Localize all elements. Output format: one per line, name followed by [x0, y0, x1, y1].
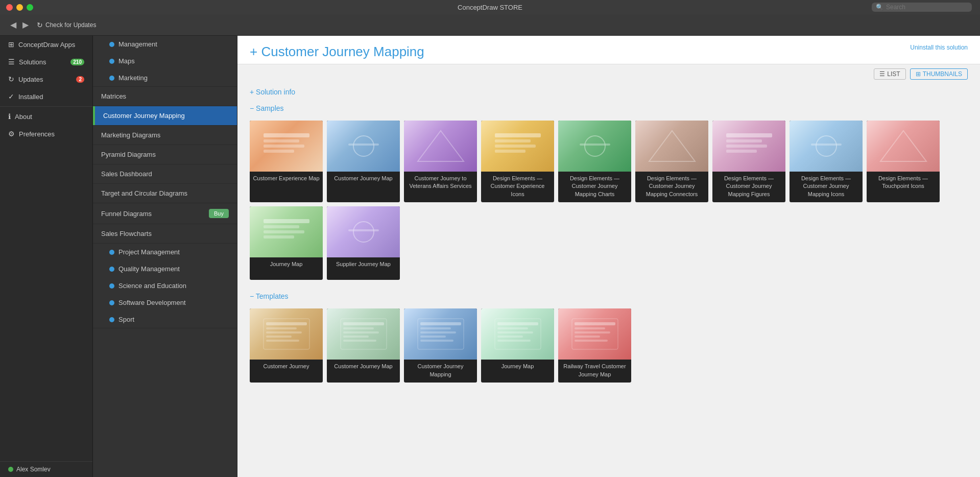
- sidebar-item-updates[interactable]: ↻ Updates 2: [0, 70, 92, 88]
- nav-label-cjm: Customer Journey Mapping: [103, 112, 185, 120]
- nav-label-marketing: Marketing: [118, 74, 148, 82]
- sample-card-journey-map-sample[interactable]: Journey Map: [250, 206, 323, 280]
- sample-card-customer-journey-map-1[interactable]: Customer Journey Map: [327, 121, 400, 202]
- svg-marker-20: [880, 131, 926, 161]
- template-card-railway-travel[interactable]: Railway Travel Customer Journey Map: [558, 308, 631, 383]
- nav-item-maps[interactable]: Maps: [93, 53, 237, 69]
- svg-rect-43: [420, 336, 446, 338]
- bullet-management: [109, 42, 114, 47]
- templates-grid: Customer Journey Customer Journey Map: [237, 304, 980, 391]
- nav-group-1: Management Maps Marketing: [93, 36, 237, 87]
- nav-item-target-circular[interactable]: Target and Circular Diagrams: [93, 184, 237, 203]
- nav-item-marketing-diagrams[interactable]: Marketing Diagrams: [93, 126, 237, 145]
- check-updates-button[interactable]: ↻ Check for Updates: [37, 21, 96, 29]
- samples-header[interactable]: − Samples: [237, 100, 980, 116]
- nav-item-software-development[interactable]: Software Development: [93, 294, 237, 311]
- buy-button[interactable]: Buy: [209, 209, 229, 218]
- user-name: Alex Somlev: [16, 466, 51, 473]
- bullet-se: [109, 283, 114, 289]
- nav-group-sales-flowcharts: Sales Flowcharts: [93, 224, 237, 244]
- sidebar-item-conceptdraw-apps[interactable]: ⊞ ConceptDraw Apps: [0, 36, 92, 53]
- template-card-customer-journey-map-t[interactable]: Customer Journey Map: [327, 308, 400, 383]
- svg-point-25: [353, 222, 374, 242]
- nav-item-sales-dashboard[interactable]: Sales Dashboard: [93, 164, 237, 183]
- samples-label: − Samples: [250, 104, 284, 112]
- nav-item-marketing[interactable]: Marketing: [93, 69, 237, 86]
- bullet-qm: [109, 267, 114, 272]
- active-bar: [93, 106, 95, 125]
- nav-item-project-management[interactable]: Project Management: [93, 244, 237, 260]
- search-input[interactable]: [886, 4, 968, 11]
- nav-item-management[interactable]: Management: [93, 36, 237, 53]
- sidebar-item-about[interactable]: ℹ About: [0, 108, 92, 125]
- template-card-customer-journey-t[interactable]: Customer Journey: [250, 308, 323, 383]
- sample-thumbnail-design-elements-touchpoint: [867, 121, 940, 172]
- nav-item-sales-flowcharts[interactable]: Sales Flowcharts: [93, 224, 237, 243]
- sample-card-design-elements-figures[interactable]: Design Elements — Customer Journey Mappi…: [712, 121, 785, 202]
- nav-group-pyramid: Pyramid Diagrams: [93, 145, 237, 164]
- list-view-button[interactable]: ☰ LIST: [874, 68, 905, 80]
- svg-rect-0: [264, 133, 309, 137]
- sample-label-customer-journey-map-1: Customer Journey Map: [327, 172, 400, 194]
- sample-card-design-elements-charts[interactable]: Design Elements — Customer Journey Mappi…: [558, 121, 631, 202]
- sidebar-item-solutions[interactable]: ☰ Solutions 210: [0, 53, 92, 70]
- sidebar-item-installed[interactable]: ✓ Installed: [0, 88, 92, 105]
- nav-group-target: Target and Circular Diagrams: [93, 184, 237, 203]
- svg-rect-17: [726, 150, 757, 153]
- svg-rect-32: [266, 340, 299, 342]
- sample-card-design-elements-icons[interactable]: Design Elements — Customer Journey Mappi…: [790, 121, 863, 202]
- sample-card-customer-journey-veterans[interactable]: Customer Journey to Veterans Affairs Ser…: [404, 121, 477, 202]
- templates-label: − Templates: [250, 292, 289, 300]
- nav-item-quality-management[interactable]: Quality Management: [93, 260, 237, 277]
- svg-rect-8: [495, 139, 531, 142]
- gear-icon: ⚙: [8, 130, 15, 138]
- svg-rect-15: [726, 139, 762, 142]
- nav-arrows: ◀ ▶: [8, 19, 31, 31]
- nav-item-matrices[interactable]: Matrices: [93, 87, 237, 106]
- template-card-customer-journey-mapping-t[interactable]: Customer Journey Mapping: [404, 308, 477, 383]
- sample-label-design-elements-experience-icons: Design Elements — Customer Experience Ic…: [481, 172, 554, 202]
- svg-rect-46: [497, 322, 538, 325]
- sample-card-supplier-journey-map[interactable]: Supplier Journey Map: [327, 206, 400, 280]
- svg-rect-54: [575, 331, 610, 333]
- sample-card-design-elements-connectors[interactable]: Design Elements — Customer Journey Mappi…: [635, 121, 708, 202]
- solution-info-header[interactable]: + Solution info: [237, 84, 980, 100]
- nav-item-funnel-diagrams[interactable]: Funnel Diagrams Buy: [93, 203, 237, 224]
- nav-item-pyramid-diagrams[interactable]: Pyramid Diagrams: [93, 145, 237, 164]
- nav-item-science-education[interactable]: Science and Education: [93, 277, 237, 294]
- back-button[interactable]: ◀: [8, 19, 18, 31]
- sample-card-design-elements-experience-icons[interactable]: Design Elements — Customer Experience Ic…: [481, 121, 554, 202]
- uninstall-link[interactable]: Uninstall this solution: [910, 44, 968, 51]
- sample-card-design-elements-touchpoint[interactable]: Design Elements — Touchpoint Icons: [867, 121, 940, 202]
- sidebar-label-about: About: [15, 113, 32, 121]
- thumbnails-label: THUMBNAILS: [923, 70, 962, 78]
- templates-header[interactable]: − Templates: [237, 288, 980, 304]
- sidebar-item-preferences[interactable]: ⚙ Preferences: [0, 125, 92, 142]
- forward-button[interactable]: ▶: [20, 19, 31, 31]
- sample-thumbnail-design-elements-figures: [712, 121, 785, 172]
- template-card-journey-map-t[interactable]: Journey Map: [481, 308, 554, 383]
- sidebar-label-installed: Installed: [18, 93, 43, 101]
- nav-item-customer-journey-mapping[interactable]: Customer Journey Mapping: [93, 106, 237, 125]
- svg-point-18: [816, 136, 836, 156]
- thumbnails-view-button[interactable]: ⊞ THUMBNAILS: [910, 68, 968, 80]
- list-label: LIST: [887, 70, 900, 78]
- thumbnails-icon: ⊞: [916, 70, 921, 78]
- updates-badge: 2: [76, 76, 84, 83]
- nav-label-maps: Maps: [118, 57, 135, 65]
- nav-item-sport[interactable]: Sport: [93, 311, 237, 328]
- svg-rect-9: [495, 145, 536, 148]
- svg-rect-16: [726, 145, 767, 148]
- bullet-pm: [109, 250, 114, 255]
- svg-rect-31: [266, 336, 292, 338]
- maximize-button[interactable]: [27, 4, 33, 11]
- sample-card-customer-experience-map[interactable]: Customer Experience Map: [250, 121, 323, 202]
- svg-rect-2: [264, 145, 304, 148]
- close-button[interactable]: [6, 4, 13, 11]
- nav-label-marketing-diagrams: Marketing Diagrams: [101, 131, 160, 139]
- svg-rect-53: [575, 327, 605, 329]
- sample-thumbnail-design-elements-experience-icons: [481, 121, 554, 172]
- sample-label-supplier-journey-map: Supplier Journey Map: [327, 257, 400, 280]
- minimize-button[interactable]: [16, 4, 23, 11]
- svg-rect-28: [266, 322, 307, 325]
